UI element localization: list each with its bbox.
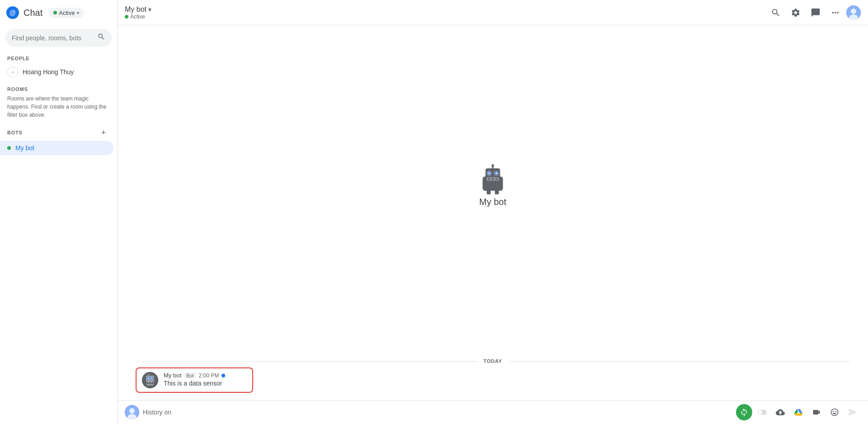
- active-status: Active: [125, 14, 151, 20]
- bots-header: BOTS +: [0, 121, 117, 141]
- svg-point-27: [151, 378, 153, 379]
- sidebar-item-hoang[interactable]: ○ Hoang Hong Thuy: [0, 63, 117, 81]
- input-actions: [736, 404, 861, 420]
- chat-logo-icon: @: [5, 5, 20, 20]
- apps-button[interactable]: [826, 4, 844, 22]
- search-input[interactable]: [12, 34, 94, 42]
- people-section-label: PEOPLE: [0, 50, 117, 63]
- sidebar: @ Chat Active ▾ PEOPLE ○ Hoang Hong Thuy…: [0, 0, 118, 424]
- message-meta: My bot Bot 2:00 PM: [164, 372, 247, 379]
- app-title: Chat: [24, 8, 42, 18]
- bots-section-label: BOTS: [7, 130, 23, 135]
- message-avatar: [142, 372, 158, 388]
- svg-rect-17: [491, 178, 494, 180]
- svg-rect-16: [488, 178, 490, 180]
- person-name: Hoang Hong Thuy: [23, 68, 74, 76]
- history-on-label: History on: [143, 409, 171, 416]
- bot-name: My bot: [15, 144, 34, 152]
- bot-active-dot: [7, 146, 11, 150]
- app-logo: @ Chat: [5, 5, 42, 20]
- svg-point-36: [758, 410, 762, 414]
- header-actions: [767, 4, 861, 22]
- rooms-section: ROOMS Rooms are where the team magic hap…: [0, 81, 117, 121]
- message-sender: My bot: [164, 372, 181, 379]
- bot-profile-name: My bot: [479, 197, 506, 207]
- svg-rect-31: [151, 382, 153, 384]
- main-content: My bot ▾ Active: [118, 0, 868, 424]
- status-dot: [53, 11, 57, 14]
- unread-dot: [222, 374, 225, 377]
- svg-rect-29: [147, 382, 149, 384]
- svg-point-33: [129, 408, 135, 414]
- svg-rect-30: [149, 382, 151, 384]
- chat-area: My bot TODAY: [118, 25, 868, 400]
- svg-rect-20: [495, 189, 499, 194]
- status-pill[interactable]: Active ▾: [49, 8, 83, 18]
- input-field[interactable]: History on: [143, 409, 732, 416]
- input-bar: History on: [118, 400, 868, 424]
- chat-title-area: My bot ▾ Active: [125, 5, 151, 20]
- message-text: This is a data sensor: [164, 380, 247, 387]
- search-box[interactable]: [5, 29, 112, 47]
- message-badge: Bot: [184, 372, 196, 379]
- user-avatar[interactable]: [846, 5, 861, 20]
- message-time: 2:00 PM: [199, 372, 219, 379]
- emoji-button[interactable]: [826, 404, 843, 420]
- sidebar-item-mybot[interactable]: My bot: [0, 141, 113, 155]
- svg-point-8: [491, 164, 494, 167]
- send-button[interactable]: [844, 404, 861, 420]
- drive-button[interactable]: [790, 404, 807, 420]
- rooms-description: Rooms are where the team magic happens. …: [7, 95, 110, 119]
- search-button[interactable]: [767, 4, 785, 22]
- message-content: My bot Bot 2:00 PM This is a data sensor: [164, 372, 247, 387]
- active-green-dot: [125, 15, 128, 19]
- messages-area: My bot Bot 2:00 PM This is a data sensor: [118, 367, 868, 400]
- main-header: My bot ▾ Active: [118, 0, 868, 25]
- message-item: My bot Bot 2:00 PM This is a data sensor: [136, 367, 253, 393]
- chat-title-row: My bot ▾: [125, 5, 151, 14]
- bot-profile-area: My bot: [476, 34, 509, 355]
- bot-profile-icon: [476, 164, 509, 197]
- active-label: Active: [130, 14, 145, 20]
- person-avatar: ○: [7, 67, 18, 77]
- add-bot-button[interactable]: +: [97, 126, 110, 139]
- svg-point-26: [148, 378, 149, 379]
- status-label: Active: [59, 10, 75, 16]
- svg-rect-18: [495, 178, 497, 180]
- svg-text:@: @: [9, 9, 16, 16]
- settings-button[interactable]: [787, 4, 805, 22]
- svg-rect-23: [148, 374, 149, 376]
- upload-button[interactable]: [772, 404, 788, 420]
- video-call-button[interactable]: [807, 4, 825, 22]
- chat-title: My bot: [125, 5, 146, 14]
- today-divider: TODAY: [118, 355, 868, 367]
- chevron-down-icon: ▾: [77, 10, 79, 15]
- svg-point-3: [851, 9, 856, 14]
- input-user-avatar: [125, 405, 139, 419]
- search-icon[interactable]: [97, 33, 105, 43]
- toggle-button[interactable]: [754, 404, 770, 420]
- svg-point-13: [488, 172, 490, 174]
- rooms-section-label: ROOMS: [7, 86, 110, 92]
- refresh-button[interactable]: [736, 404, 752, 420]
- chat-title-dropdown-icon[interactable]: ▾: [148, 6, 151, 13]
- svg-rect-19: [487, 189, 491, 194]
- sidebar-header: @ Chat Active ▾: [0, 0, 117, 25]
- today-label: TODAY: [478, 358, 507, 364]
- svg-point-14: [495, 172, 497, 174]
- meet-button[interactable]: [808, 404, 825, 420]
